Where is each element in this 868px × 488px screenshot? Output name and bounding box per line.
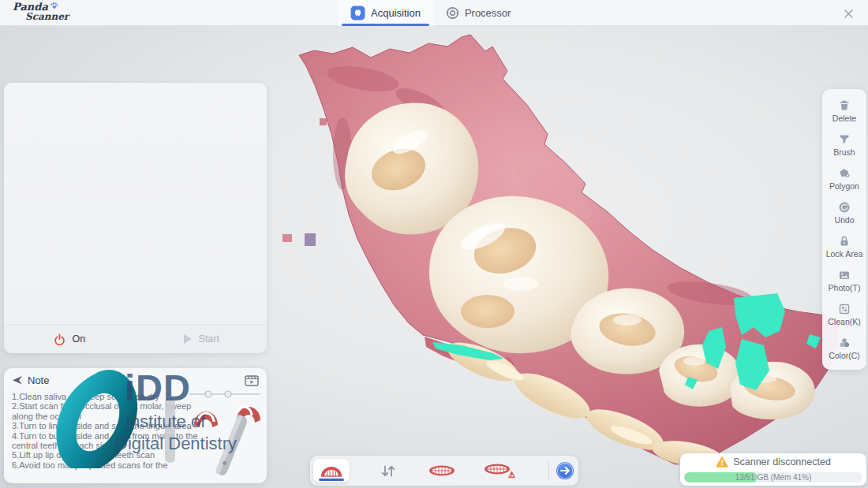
clapper-icon [245, 374, 259, 386]
camera-panel: On Start [4, 83, 267, 353]
scanner-status-text: Scanner disconnected [733, 456, 831, 468]
close-icon [844, 9, 854, 19]
viewport: On Start Note [0, 26, 868, 488]
tool-label: Polygon [829, 181, 859, 191]
storage-text: 13/51 GB (Mem 41%) [684, 473, 862, 482]
note-header: Note [12, 374, 49, 386]
tool-label: Lock Area [826, 249, 863, 259]
tool-photo[interactable]: Photo(T) [822, 269, 866, 292]
demo-video-button[interactable] [245, 374, 259, 389]
power-on-button[interactable]: On [4, 325, 136, 353]
occlusion-icon [428, 464, 456, 477]
polygon-icon [838, 167, 851, 180]
next-step-button[interactable] [555, 459, 575, 482]
close-button[interactable] [841, 6, 855, 20]
lock-icon [838, 235, 851, 248]
clean-icon [838, 303, 851, 315]
gear-icon [446, 6, 459, 20]
edit-toolbar: Delete Brush Polygon [822, 89, 866, 370]
storage-progress-bar: 13/51 GB (Mem 41%) [684, 472, 862, 482]
scan-mode-toolbar [310, 456, 578, 486]
camera-actions: On Start [4, 324, 267, 353]
paw-icon [50, 2, 58, 10]
tooth-icon [350, 6, 365, 20]
tool-label: Brush [833, 147, 855, 157]
tool-lock-area[interactable]: Lock Area [822, 235, 866, 259]
tool-label: Undo [834, 215, 854, 225]
tool-undo[interactable]: Undo [822, 201, 866, 225]
brand-line2: Scanner [25, 12, 69, 22]
occlusion-scan-button[interactable] [427, 459, 457, 482]
color-icon [838, 337, 851, 349]
switch-jaw-button[interactable] [378, 459, 398, 482]
start-scan-button[interactable]: Start [136, 325, 268, 353]
undo-icon [838, 201, 851, 214]
toolbar-divider [548, 462, 549, 479]
tool-label: Color(C) [829, 351, 860, 360]
power-label: On [72, 333, 85, 345]
tool-color[interactable]: Color(C) [822, 337, 866, 360]
upper-jaw-icon [320, 464, 343, 478]
note-title: Note [28, 374, 49, 386]
send-icon [12, 375, 23, 386]
photo-icon [838, 269, 851, 281]
tool-delete[interactable]: Delete [822, 99, 866, 123]
play-icon [183, 333, 193, 345]
tab-processor[interactable]: Processor [433, 0, 524, 26]
occlusion-warning-icon [483, 463, 516, 479]
title-bar: Panda Scanner Acquisition [0, 0, 868, 26]
scan-demo-animation [159, 392, 265, 483]
dental-scan-3d-view[interactable] [276, 28, 868, 488]
start-label: Start [199, 333, 219, 345]
tool-clean[interactable]: Clean(K) [822, 303, 866, 326]
upper-jaw-scan-button[interactable] [313, 459, 350, 482]
tool-label: Photo(T) [829, 283, 861, 292]
tool-label: Clean(K) [828, 317, 860, 326]
tab-label: Processor [465, 7, 511, 19]
status-panel: Scanner disconnected 13/51 GB (Mem 41%) [680, 453, 866, 486]
main-tabs: Acquisition Processor [338, 0, 523, 26]
swap-arrows-icon [380, 464, 396, 478]
warning-icon [716, 456, 728, 468]
power-icon [54, 333, 65, 345]
tab-label: Acquisition [371, 7, 421, 19]
app-window: Panda Scanner Acquisition [0, 0, 868, 488]
tool-brush[interactable]: Brush [822, 133, 866, 157]
note-panel: Note 1.Clean saliva and keep scan area d… [4, 368, 267, 483]
scanner-status: Scanner disconnected [680, 456, 866, 468]
occlusion-warning-button[interactable] [482, 459, 517, 482]
camera-preview [4, 83, 267, 324]
tool-label: Delete [832, 114, 856, 123]
tool-polygon[interactable]: Polygon [822, 167, 866, 191]
brush-icon [838, 133, 851, 146]
tab-acquisition[interactable]: Acquisition [338, 0, 433, 26]
next-arrow-icon [556, 461, 574, 480]
trash-icon [838, 99, 851, 112]
app-logo: Panda Scanner [13, 2, 69, 22]
